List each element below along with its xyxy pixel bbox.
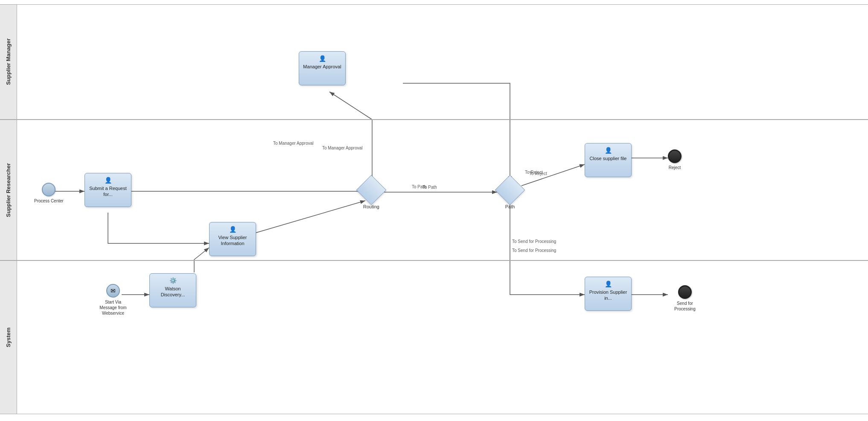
submit-request-node[interactable]: 👤 Submit a Request for... xyxy=(84,173,131,207)
submit-request-label: Submit a Request for... xyxy=(87,185,128,198)
to-manager-approval-text: To Manager Approval xyxy=(273,141,314,146)
process-center-node[interactable]: Process Center xyxy=(34,183,64,204)
send-label: Send for Processing xyxy=(668,301,702,312)
routing-gateway[interactable] xyxy=(356,175,387,205)
send-for-processing-node: Send for Processing xyxy=(668,285,702,312)
start-event-circle xyxy=(42,183,55,196)
manager-approval-label: Manager Approval xyxy=(302,64,343,70)
manager-approval-node[interactable]: 👤 Manager Approval xyxy=(299,51,346,85)
to-path-text: To Path xyxy=(412,184,426,189)
send-end-circle xyxy=(678,285,692,299)
view-supplier-label: View Supplier Information xyxy=(212,234,253,247)
watson-discovery-label: Watson Discovery... xyxy=(152,286,193,298)
user-icon-5: 👤 xyxy=(588,281,629,287)
reject-end-node: Reject xyxy=(668,149,682,170)
lane-supplier-researcher-label: Supplier Researcher xyxy=(0,120,17,260)
to-send-for-processing-text: To Send for Processing xyxy=(512,239,556,244)
close-supplier-node[interactable]: 👤 Close supplier file xyxy=(585,143,632,177)
reject-label: Reject xyxy=(669,165,681,170)
routing-gateway-wrapper[interactable]: Routing xyxy=(361,179,382,209)
lane-system-label: System xyxy=(0,261,17,414)
path-gateway[interactable] xyxy=(495,175,525,205)
start-message-node[interactable]: ✉ Start Via Message from Webservice xyxy=(96,284,130,316)
process-center-label: Process Center xyxy=(34,198,64,204)
lane-supplier-manager-label: Supplier Manager xyxy=(0,5,17,119)
path-gateway-wrapper[interactable]: Path xyxy=(499,179,521,209)
view-supplier-info-node[interactable]: 👤 View Supplier Information xyxy=(209,222,256,256)
user-icon-2: 👤 xyxy=(87,177,128,184)
lane-system: System xyxy=(0,260,868,414)
reject-end-circle xyxy=(668,149,682,163)
start-message-label: Start Via Message from Webservice xyxy=(96,299,130,316)
lane-supplier-manager: Supplier Manager xyxy=(0,4,868,120)
close-supplier-label: Close supplier file xyxy=(588,155,629,161)
watson-discovery-node[interactable]: ⚙️ Watson Discovery... xyxy=(149,273,196,307)
diagram-container: To Manager Approval To Path To Reject To… xyxy=(0,0,868,421)
message-start-event: ✉ xyxy=(106,284,120,298)
to-reject-text: To Reject xyxy=(525,170,543,175)
user-icon-4: 👤 xyxy=(588,147,629,154)
gear-icon: ⚙️ xyxy=(152,277,193,284)
user-icon-3: 👤 xyxy=(212,226,253,233)
provision-supplier-label: Provision Supplier in... xyxy=(588,289,629,301)
provision-supplier-node[interactable]: 👤 Provision Supplier in... xyxy=(585,277,632,311)
user-icon: 👤 xyxy=(302,55,343,62)
